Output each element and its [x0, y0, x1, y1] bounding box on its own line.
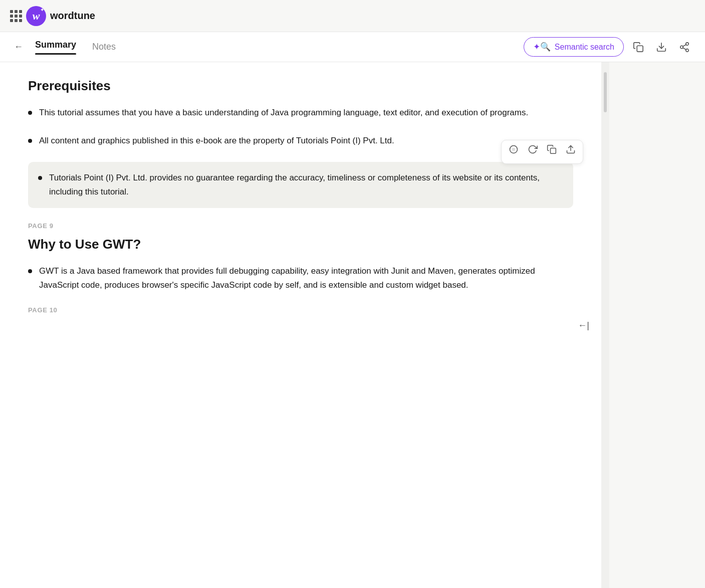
- app-logo[interactable]: ✦ w wordtune: [10, 6, 95, 26]
- page-10-label: PAGE 10: [28, 306, 573, 314]
- download-button[interactable]: [653, 39, 670, 56]
- semantic-search-label: Semantic search: [555, 43, 614, 52]
- gwt-bullet-text-1: GWT is a Java based framework that provi…: [39, 264, 573, 292]
- bullet-text-2: All content and graphics published in th…: [39, 134, 394, 148]
- download-icon: [656, 42, 667, 53]
- tab-notes[interactable]: Notes: [88, 32, 120, 62]
- highlighted-list-item: Tutorials Point (I) Pvt. Ltd. provides n…: [28, 162, 573, 208]
- main-content: Prerequisites This tutorial assumes that…: [0, 62, 601, 588]
- bullet-text-1: This tutorial assumes that you have a ba…: [39, 106, 528, 120]
- tab-summary[interactable]: Summary: [31, 32, 80, 62]
- gwt-list: GWT is a Java based framework that provi…: [28, 264, 573, 292]
- list-item: This tutorial assumes that you have a ba…: [28, 106, 573, 120]
- copy-icon: [633, 42, 644, 53]
- back-button[interactable]: ←: [12, 40, 25, 54]
- copy-toolbar-icon[interactable]: [547, 144, 557, 159]
- copy-button[interactable]: [630, 39, 647, 56]
- tabs-right-actions: ✦🔍 Semantic search: [524, 37, 693, 57]
- layout-wrapper: Prerequisites This tutorial assumes that…: [0, 62, 705, 588]
- record-icon[interactable]: [509, 144, 519, 159]
- svg-rect-0: [637, 46, 643, 52]
- semantic-search-button[interactable]: ✦🔍 Semantic search: [524, 37, 624, 57]
- scrollbar-thumb[interactable]: [604, 72, 607, 112]
- prerequisites-list: This tutorial assumes that you have a ba…: [28, 106, 573, 148]
- list-item: All content and graphics published in th…: [28, 134, 573, 148]
- tab-summary-label: Summary: [35, 40, 76, 50]
- refresh-icon[interactable]: [528, 144, 538, 159]
- tab-summary-underline: [35, 53, 76, 55]
- highlighted-bullet-text: Tutorials Point (I) Pvt. Ltd. provides n…: [49, 171, 563, 199]
- semantic-search-icon: ✦🔍: [533, 42, 551, 52]
- tabs-bar: ← Summary Notes ✦🔍 Semantic search: [0, 32, 705, 62]
- share-icon: [679, 42, 690, 53]
- page-9-label: PAGE 9: [28, 222, 573, 230]
- grid-icon[interactable]: [10, 10, 22, 22]
- export-toolbar-icon[interactable]: [566, 144, 576, 159]
- bullet-dot: [28, 111, 32, 115]
- logo-circle: ✦ w: [26, 6, 46, 26]
- logo-name: wordtune: [50, 10, 95, 22]
- collapse-panel-button[interactable]: ←|: [578, 320, 589, 330]
- svg-point-8: [512, 148, 516, 151]
- bullet-dot: [38, 176, 42, 180]
- prerequisites-heading: Prerequisites: [28, 78, 573, 94]
- floating-toolbar: [501, 140, 583, 164]
- scrollbar-gutter: [601, 62, 609, 588]
- gwt-heading: Why to Use GWT?: [28, 237, 573, 252]
- topbar: ✦ w wordtune: [0, 0, 705, 32]
- logo-letter: w: [33, 10, 40, 23]
- svg-line-6: [683, 44, 686, 46]
- bullet-dot: [28, 139, 32, 143]
- svg-rect-9: [551, 148, 556, 154]
- tab-notes-label: Notes: [92, 42, 116, 52]
- bullet-dot: [28, 269, 32, 273]
- svg-line-5: [683, 48, 686, 50]
- share-button[interactable]: [676, 39, 693, 56]
- logo-star-icon: ✦: [40, 7, 44, 13]
- list-item: GWT is a Java based framework that provi…: [28, 264, 573, 292]
